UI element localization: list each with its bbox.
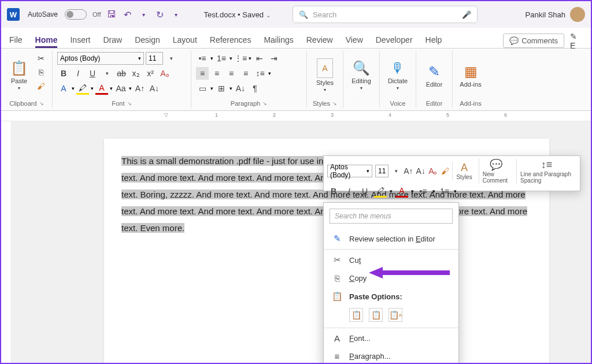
paste-merge-icon[interactable]: 📋	[369, 308, 383, 322]
search-box[interactable]: 🔍 Search 🎤	[293, 6, 478, 23]
align-right-icon[interactable]: ≡	[225, 67, 238, 80]
save-icon[interactable]: 🖫	[106, 9, 117, 20]
ctx-font[interactable]: A Font...	[324, 329, 458, 347]
shrink-font-button[interactable]: A↓	[148, 82, 161, 95]
horizontal-ruler[interactable]: ▽ 123456	[1, 111, 591, 121]
dictate-button[interactable]: 🎙 Dictate▾	[384, 52, 411, 99]
tab-design[interactable]: Design	[135, 35, 160, 48]
user-account[interactable]: Pankil Shah	[526, 7, 585, 22]
font-color-icon[interactable]: A	[95, 82, 108, 95]
tab-insert[interactable]: Insert	[70, 35, 90, 48]
multilevel-icon[interactable]: ⋮≡	[234, 52, 247, 65]
change-case-button[interactable]: Aa	[114, 82, 127, 95]
font-size-dropdown-icon[interactable]: ▾	[165, 52, 177, 65]
superscript-button[interactable]: x²	[144, 67, 157, 80]
ribbon-tabs: File Home Insert Draw Design Layout Refe…	[1, 28, 591, 49]
editing-button[interactable]: 🔍 Editing▾	[348, 52, 375, 99]
font-launcher-icon[interactable]: ↘	[127, 101, 132, 106]
align-center-icon[interactable]: ≡	[210, 67, 223, 80]
bold-button[interactable]: B	[57, 67, 70, 80]
mt-underline[interactable]: U	[358, 185, 371, 198]
mt-highlight-icon[interactable]: 🖍	[374, 185, 387, 198]
styles-button[interactable]: A Styles▾	[312, 52, 338, 99]
mt-new-comment-button[interactable]: 💬New Comment	[479, 158, 513, 184]
redo-icon[interactable]: ↻	[154, 9, 166, 20]
tab-layout[interactable]: Layout	[173, 35, 197, 48]
shading-icon[interactable]: ▭	[196, 82, 209, 95]
highlight-icon[interactable]: 🖍	[76, 82, 89, 95]
text-effects-icon[interactable]: A	[57, 82, 70, 95]
show-marks-icon[interactable]: ¶	[249, 82, 261, 95]
ctx-paragraph[interactable]: ≡ Paragraph...	[324, 347, 458, 364]
comments-button[interactable]: 💬 Comments	[503, 34, 564, 48]
mt-font-size[interactable]: 11	[375, 165, 388, 177]
decrease-indent-icon[interactable]: ⇤	[253, 52, 266, 65]
tab-help[interactable]: Help	[426, 35, 442, 48]
styles-gallery-icon: A	[317, 58, 333, 78]
editor-button[interactable]: ✎ Editor	[421, 52, 447, 99]
tab-developer[interactable]: Developer	[376, 35, 413, 48]
mt-italic[interactable]: I	[343, 185, 356, 198]
tab-references[interactable]: References	[210, 35, 251, 48]
paste-button[interactable]: 📋 Paste ▾	[6, 52, 32, 99]
styles-launcher-icon[interactable]: ↘	[332, 101, 337, 106]
increase-indent-icon[interactable]: ⇥	[268, 52, 280, 65]
qat-customize-icon[interactable]: ▾	[171, 9, 182, 20]
addins-button[interactable]: ▦ Add-ins	[457, 52, 484, 99]
context-search-box[interactable]: Search the menus	[330, 209, 453, 224]
tab-draw[interactable]: Draw	[103, 35, 122, 48]
strike-button[interactable]: ab	[115, 67, 128, 80]
justify-icon[interactable]: ≡	[239, 67, 252, 80]
underline-button[interactable]: U	[86, 67, 99, 80]
mt-shrink-font[interactable]: A↓	[416, 165, 426, 177]
align-left-icon[interactable]: ≡	[196, 67, 209, 80]
line-spacing-icon[interactable]: ↕≡	[254, 67, 267, 80]
document-title[interactable]: Test.docx • Saved⌄	[204, 10, 271, 19]
ctx-review-editor[interactable]: ✎ Review selection in Editor	[324, 229, 458, 248]
clipboard-launcher-icon[interactable]: ↘	[39, 101, 44, 106]
paste-text-only-icon[interactable]: 📋A	[388, 308, 402, 322]
undo-dropdown-icon[interactable]: ▾	[138, 9, 150, 20]
autosave-toggle[interactable]	[65, 9, 87, 20]
mt-bold[interactable]: B	[327, 185, 340, 198]
mt-styles-button[interactable]: AStyles	[452, 162, 475, 180]
font-name-combo[interactable]: Aptos (Body)▾	[57, 52, 144, 65]
mt-font-name[interactable]: Aptos (Body)▾	[327, 165, 372, 177]
tab-mailings[interactable]: Mailings	[264, 35, 293, 48]
paragraph-launcher-icon[interactable]: ↘	[262, 101, 267, 106]
editing-mode-icon[interactable]: ✎ E	[570, 35, 583, 47]
tab-home[interactable]: Home	[35, 35, 58, 48]
format-painter-icon[interactable]: 🖌	[35, 80, 47, 92]
mt-font-color-icon[interactable]: A	[395, 185, 408, 198]
numbering-icon[interactable]: 1≡	[215, 52, 228, 65]
font-size-combo[interactable]: 11	[146, 52, 163, 65]
copy-icon[interactable]: ⎘	[35, 66, 47, 79]
italic-button[interactable]: I	[72, 67, 84, 80]
context-menu: Search the menus ✎ Review selection in E…	[323, 202, 459, 364]
tab-review[interactable]: Review	[306, 35, 333, 48]
mic-icon[interactable]: 🎤	[462, 10, 471, 19]
sort-icon[interactable]: A↓	[234, 82, 247, 95]
borders-icon[interactable]: ⊞	[215, 82, 228, 95]
subscript-button[interactable]: x₂	[130, 67, 142, 80]
ctx-cut[interactable]: ✂ Cut	[324, 251, 458, 269]
mt-bullets-icon[interactable]: •≡	[417, 185, 430, 198]
vertical-ruler[interactable]	[1, 121, 12, 363]
undo-icon[interactable]: ↶	[122, 9, 134, 20]
tab-view[interactable]: View	[346, 35, 363, 48]
mini-toolbar: Aptos (Body)▾ 11 ▾ A↑ A↓ Aₒ 🖌 AStyles 💬N…	[323, 155, 580, 191]
mt-clear-format-icon[interactable]: Aₒ	[428, 165, 438, 177]
paste-keep-source-icon[interactable]: 📋	[349, 308, 363, 322]
bullets-icon[interactable]: •≡	[196, 52, 209, 65]
tab-file[interactable]: File	[9, 35, 23, 48]
mt-line-spacing-button[interactable]: ↕≡Line and Paragraph Spacing	[516, 159, 576, 184]
grow-font-button[interactable]: A↑	[134, 82, 146, 95]
ruler-indent-marker[interactable]: ▽	[164, 112, 168, 118]
cut-icon[interactable]: ✂	[35, 52, 47, 65]
title-bar: W AutoSave Off 🖫 ↶ ▾ ↻ ▾ Test.docx • Sav…	[1, 1, 591, 28]
clear-format-button[interactable]: Aₒ	[158, 67, 171, 80]
mt-numbering-icon[interactable]: 1≡	[438, 185, 451, 198]
mt-grow-font[interactable]: A↑	[404, 165, 413, 177]
ctx-copy[interactable]: ⎘ Copy	[324, 269, 458, 287]
mt-format-painter-icon[interactable]: 🖌	[441, 165, 450, 177]
